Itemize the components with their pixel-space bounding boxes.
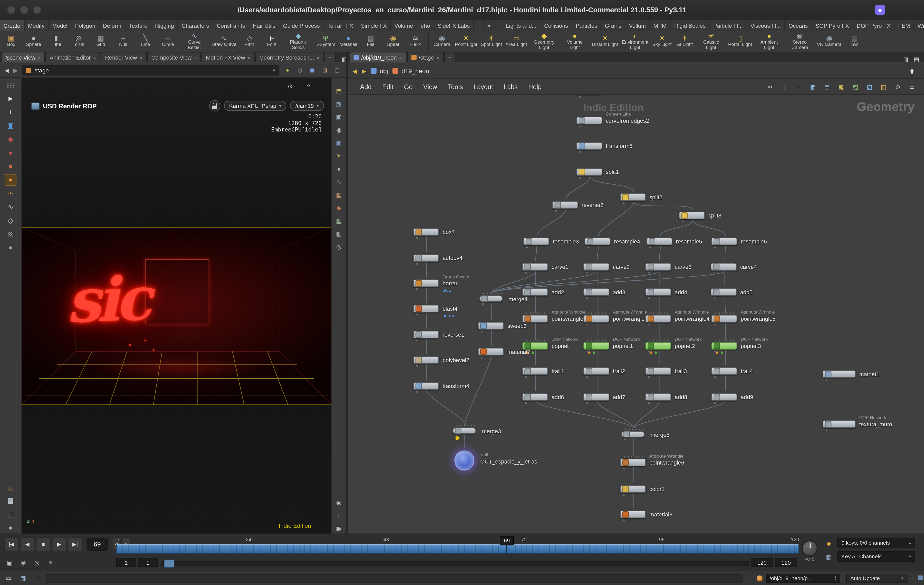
list-view-icon[interactable]: ≡ — [794, 82, 804, 92]
shelf-tab-rigid-bodies[interactable]: Rigid Bodies — [671, 20, 710, 31]
wireframe-icon[interactable]: ◇ — [334, 177, 344, 187]
node-popnet3[interactable]: popnet3DOP Network — [711, 342, 737, 350]
camera-view-icon[interactable]: ◉ — [334, 125, 344, 135]
render-region[interactable]: sic — [22, 227, 331, 405]
node-body[interactable] — [576, 142, 602, 150]
node-split1[interactable]: split1 — [576, 168, 602, 176]
shelf-tool-file[interactable]: ▤File — [360, 31, 382, 52]
shelf-tool-camera[interactable]: ◉Camera — [431, 31, 453, 52]
shelf-tab-eho[interactable]: eho — [417, 20, 434, 31]
shelf-tab-texture[interactable]: Texture — [125, 20, 152, 31]
node-pointwrangle5[interactable]: pointwrangle5Attribute Wrangle — [711, 315, 737, 322]
shelf-tab-create[interactable]: Create — [0, 20, 25, 31]
close-tab-icon[interactable]: × — [139, 55, 142, 60]
shelf-tab-sop-pyro-fx[interactable]: SOP Pyro FX — [812, 20, 853, 31]
pot-icon[interactable]: ● — [5, 522, 16, 534]
shelf-tool-sky-light[interactable]: ☀Sky Light — [650, 31, 673, 52]
playback-start-field[interactable]: 1 — [138, 558, 158, 567]
node-add8[interactable]: add8 — [645, 393, 671, 401]
shelf-tab-particle-fl[interactable]: Particle Fl... — [710, 20, 747, 31]
close-tab-icon[interactable]: × — [436, 55, 439, 60]
range-scrollbar-handle[interactable] — [164, 560, 174, 568]
close-tab-icon[interactable]: × — [399, 55, 402, 60]
status-grip-icon[interactable]: ≡ — [911, 575, 914, 581]
shelf-tool-ambient-light[interactable]: ●Ambient Light — [754, 31, 784, 52]
playback-end-field[interactable]: 120 — [751, 558, 773, 567]
node-body[interactable] — [620, 511, 646, 518]
shelf-tool-draw-curve[interactable]: ∿Draw Curve — [210, 31, 238, 52]
chevron-down-icon[interactable]: ▾ — [273, 68, 275, 73]
node-body[interactable] — [711, 238, 737, 245]
shelf-tab-volume[interactable]: Volume — [391, 20, 417, 31]
export-icon[interactable]: ▥ — [879, 82, 889, 92]
playhead-marker[interactable]: 69 — [500, 536, 514, 545]
node-body[interactable] — [620, 193, 646, 201]
node-merge5[interactable]: merge5 — [621, 431, 645, 437]
handle-tool-icon[interactable]: + — [5, 106, 16, 118]
node-body[interactable] — [452, 428, 476, 434]
breadcrumb-obj[interactable]: obj — [371, 67, 388, 74]
node-pointwrangle3[interactable]: pointwrangle3Attribute Wrangle — [583, 315, 609, 322]
user-avatar-icon[interactable]: ◉ — [909, 68, 914, 74]
shelf-tab-collisions[interactable]: Collisions — [541, 20, 572, 31]
shelf-tool-sw[interactable]: ▦Sw — [843, 31, 865, 52]
path-stepper[interactable]: ▲▼ — [834, 575, 837, 582]
wire-style-icon[interactable]: ▨ — [850, 82, 860, 92]
node-merge4[interactable]: merge4 — [479, 295, 503, 302]
shelf-tool-box[interactable]: ▣Box — [0, 31, 22, 52]
menu-edit[interactable]: Edit — [377, 83, 399, 90]
timeline-bar[interactable]: 69 — [116, 544, 799, 554]
help-icon[interactable]: ? — [304, 81, 314, 91]
shelf-tool-tube[interactable]: ▮Tube — [45, 31, 67, 52]
node-body[interactable] — [645, 367, 671, 375]
node-body[interactable] — [621, 431, 645, 437]
menu-layout[interactable]: Layout — [468, 83, 498, 90]
node-box4[interactable]: box4 — [413, 228, 439, 236]
shelf-tab-guide-process[interactable]: Guide Process — [279, 20, 324, 31]
node-reverse1[interactable]: reverse1 — [413, 331, 439, 339]
pose-brush-icon[interactable]: ● — [5, 174, 16, 186]
shelf-tab-lights-and[interactable]: Lights and... — [502, 20, 541, 31]
node-trail3[interactable]: trail3 — [645, 367, 671, 375]
shelf-tab-dop-pyro-fx[interactable]: DOP Pyro FX — [853, 20, 895, 31]
shelf-tool-circle[interactable]: ○Circle — [157, 31, 179, 52]
maximize-icon[interactable]: ▢ — [333, 66, 341, 74]
node-add3[interactable]: add3 — [583, 288, 609, 296]
sync-toggle-icon[interactable]: ● — [283, 66, 292, 74]
overview-map-icon[interactable]: ▧ — [865, 82, 874, 92]
history-icon[interactable]: ≡ — [33, 573, 43, 583]
node-merge3[interactable]: merge3 — [452, 428, 476, 434]
node-body[interactable] — [583, 315, 609, 322]
select-mode-icon[interactable]: ▦ — [18, 573, 28, 583]
node-body[interactable] — [711, 315, 737, 322]
shelf-tab-grains[interactable]: Grains — [601, 20, 625, 31]
node-carve1[interactable]: carve1 — [522, 263, 548, 271]
node-trail2[interactable]: trail2 — [583, 367, 609, 375]
current-frame-field[interactable]: 69 — [86, 538, 108, 551]
close-tab-icon[interactable]: × — [248, 55, 251, 60]
keys-status-field[interactable]: 0 keys, 0/0 channels ▴ — [837, 538, 915, 548]
lock-view-icon[interactable]: ▣ — [334, 138, 344, 148]
node-body[interactable] — [620, 485, 646, 493]
node-transform5[interactable]: transform5 — [576, 142, 602, 150]
shelf-tab-characters[interactable]: Characters — [178, 20, 213, 31]
shelf-tab-modify[interactable]: Modify — [25, 20, 48, 31]
shelf-tab-[interactable]: + — [474, 20, 485, 31]
node-body[interactable] — [479, 295, 503, 302]
timeline-ruler[interactable]: 124487296120 — [116, 536, 799, 543]
auto-key-dial[interactable] — [801, 540, 818, 557]
node-pointwrangle4[interactable]: pointwrangle4Attribute Wrangle — [645, 315, 671, 322]
shelf-tab-wires[interactable]: Wires — [914, 20, 924, 31]
node-add5[interactable]: add5 — [711, 288, 737, 296]
pane-tab-scene-view[interactable]: Scene View× — [2, 52, 45, 63]
node-pointwrangle6[interactable]: pointwrangle6Attribute Wrangle — [620, 459, 646, 466]
node-autouv4[interactable]: autouv4 — [413, 254, 439, 262]
node-body[interactable] — [645, 288, 671, 296]
node-body[interactable] — [523, 238, 549, 245]
pane-tab-motion-fx-view[interactable]: Motion FX View× — [202, 52, 255, 63]
bucket-tool-icon[interactable]: ● — [5, 242, 16, 253]
menu-help[interactable]: Help — [523, 83, 547, 90]
shelf-tool-vr-camera[interactable]: ◉VR Camera — [815, 31, 843, 52]
shelf-tool-platonic-solids[interactable]: ◆Platonic Solids — [283, 31, 314, 52]
menu-tools[interactable]: Tools — [442, 83, 468, 90]
